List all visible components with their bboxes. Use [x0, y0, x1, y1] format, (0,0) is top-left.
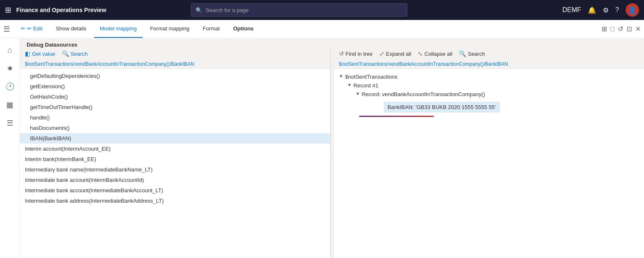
- get-value-label: Get value: [32, 51, 55, 57]
- left-search-icon: 🔍: [62, 50, 69, 57]
- app-grid-icon[interactable]: ⊞: [5, 5, 11, 15]
- record1-label: Record #1: [353, 82, 378, 89]
- close-icon[interactable]: ✕: [635, 25, 641, 33]
- tree-node-record1[interactable]: ▼ Record #1: [334, 81, 644, 90]
- sidebar-icon-list[interactable]: ☰: [2, 115, 18, 131]
- help-icon[interactable]: ?: [615, 6, 619, 14]
- edit-pencil-icon: ✏: [21, 25, 25, 32]
- tab-icon-refresh[interactable]: ↺: [618, 25, 623, 33]
- collapse-all-button[interactable]: ⤡ Collapse all: [418, 50, 452, 57]
- bank-iban-text: BankIBAN: 'GB33 BUKB 2020 1555 5555 55': [388, 104, 496, 110]
- find-in-tree-label: Find in tree: [346, 51, 373, 57]
- tab-format[interactable]: Format: [197, 20, 225, 38]
- value-node-container: BankIBAN: 'GB33 BUKB 2020 1555 5555 55': [334, 99, 644, 116]
- tab-model-mapping[interactable]: Model mapping: [94, 20, 143, 38]
- expand-all-button[interactable]: ⤢ Expand all: [379, 50, 411, 57]
- top-bar: ⊞ Finance and Operations Preview 🔍 Searc…: [0, 0, 644, 20]
- global-search-bar[interactable]: 🔍 Search for a page: [191, 3, 407, 17]
- tab-show-details[interactable]: Show details: [50, 20, 92, 38]
- tab-edit-label: ✏ Edit: [27, 25, 42, 32]
- vend-bank-label: Record: vendBankAccountInTransactionComp…: [362, 91, 485, 97]
- collapse-all-icon: ⤡: [418, 50, 423, 57]
- tab-edit[interactable]: ✏ ✏ Edit: [15, 20, 48, 38]
- sidebar-icon-grid[interactable]: ▦: [2, 97, 18, 113]
- list-item[interactable]: Intermediate bank address(IntermediateBa…: [20, 196, 330, 206]
- app-title: Finance and Operations Preview: [16, 7, 106, 13]
- sidebar-icon-home[interactable]: ⌂: [2, 42, 18, 58]
- list-item[interactable]: handle(): [20, 112, 330, 123]
- arrow-icon: ▼: [356, 91, 360, 96]
- right-tree-area[interactable]: ▼ $notSentTransactions ▼ Record #1 ▼ Rec…: [334, 69, 644, 258]
- tab-format-mapping-label: Format mapping: [150, 25, 190, 32]
- tab-format-mapping[interactable]: Format mapping: [144, 20, 196, 38]
- panels-row: ◧ Get value 🔍 Search $notSentTransaction…: [20, 48, 644, 258]
- list-item-selected[interactable]: IBAN(BankIBAN): [20, 133, 330, 144]
- tab-options[interactable]: Options: [227, 20, 259, 38]
- right-path-text: $notSentTransactions/vendBankAccountInTr…: [339, 61, 508, 67]
- hamburger-icon[interactable]: ☰: [3, 25, 10, 34]
- get-value-button[interactable]: ◧ Get value: [25, 50, 55, 57]
- left-path-text: $notSentTransactions/vendBankAccountInTr…: [25, 61, 194, 67]
- find-in-tree-button[interactable]: ↺ Find in tree: [339, 50, 373, 57]
- list-item[interactable]: Interim bank(IntermBank_EE): [20, 154, 330, 164]
- arrow-icon: ▼: [347, 82, 352, 87]
- user-label: DEMF: [562, 6, 581, 14]
- sidebar-icon-recent[interactable]: 🕐: [2, 78, 18, 95]
- tree-node-vend-bank[interactable]: ▼ Record: vendBankAccountInTransactionCo…: [334, 90, 644, 99]
- list-item[interactable]: hasDocuments(): [20, 123, 330, 133]
- left-path-bar: $notSentTransactions/vendBankAccountInTr…: [20, 60, 330, 69]
- not-sent-label: $notSentTransactions: [345, 74, 397, 80]
- debug-header-text: Debug Datasources: [27, 42, 77, 48]
- right-search-button[interactable]: 🔍 Search: [459, 50, 485, 57]
- user-avatar[interactable]: 👤: [626, 3, 639, 17]
- tab-bar: ☰ ✏ ✏ Edit Show details Model mapping Fo…: [0, 20, 644, 38]
- right-search-icon: 🔍: [459, 50, 466, 57]
- list-item[interactable]: Intermediate bank account(IntermediateBa…: [20, 185, 330, 196]
- value-underline: [359, 116, 434, 117]
- right-panel: ↺ Find in tree ⤢ Expand all ⤡ Collapse a…: [334, 48, 644, 258]
- left-panel: ◧ Get value 🔍 Search $notSentTransaction…: [20, 48, 331, 258]
- left-search-button[interactable]: 🔍 Search: [62, 50, 88, 57]
- tab-format-label: Format: [203, 25, 220, 32]
- gear-icon[interactable]: ⚙: [603, 6, 609, 14]
- sidebar: ⌂ ★ 🕐 ▦ ☰: [0, 38, 20, 258]
- left-tree-area[interactable]: getDefaultingDependencies() getExtension…: [20, 69, 330, 258]
- collapse-all-label: Collapse all: [424, 51, 452, 57]
- avatar-icon: 👤: [628, 6, 637, 14]
- expand-all-label: Expand all: [386, 51, 411, 57]
- tab-options-label: Options: [233, 25, 253, 32]
- content-panels: Debug Datasources ◧ Get value 🔍 Search $…: [20, 38, 644, 258]
- debug-header: Debug Datasources: [20, 38, 644, 48]
- list-item[interactable]: Interim account(IntermAccount_EE): [20, 144, 330, 154]
- bank-iban-value: BankIBAN: 'GB33 BUKB 2020 1555 5555 55': [384, 102, 500, 112]
- left-search-label: Search: [71, 51, 88, 57]
- get-value-icon: ◧: [25, 50, 30, 57]
- arrow-icon: ▼: [339, 74, 344, 79]
- search-icon: 🔍: [196, 7, 202, 13]
- panel-divider[interactable]: ⋮: [331, 48, 334, 258]
- list-item[interactable]: getExtension(): [20, 81, 330, 92]
- top-right-icons: DEMF 🔔 ⚙ ? 👤: [562, 3, 639, 17]
- search-placeholder: Search for a page: [206, 7, 248, 13]
- main-area: ⌂ ★ 🕐 ▦ ☰ Debug Datasources ◧ Get value …: [0, 38, 644, 258]
- list-item[interactable]: getDefaultingDependencies(): [20, 71, 330, 81]
- list-item[interactable]: Intermediary bank name(IntermediateBankN…: [20, 164, 330, 175]
- sidebar-icon-favorites[interactable]: ★: [2, 60, 18, 77]
- tab-show-details-label: Show details: [56, 25, 87, 32]
- find-in-tree-icon: ↺: [339, 50, 344, 57]
- bell-icon[interactable]: 🔔: [588, 6, 596, 14]
- expand-all-icon: ⤢: [379, 50, 384, 57]
- tab-icon-expand[interactable]: □: [610, 25, 614, 33]
- tab-model-mapping-label: Model mapping: [100, 25, 137, 32]
- tab-icon-detach[interactable]: ⊡: [627, 25, 632, 33]
- right-search-label: Search: [468, 51, 485, 57]
- tab-icon-grid[interactable]: ⊞: [602, 25, 607, 33]
- tab-right-icons: ⊞ □ ↺ ⊡ ✕: [602, 25, 641, 33]
- right-path-bar: $notSentTransactions/vendBankAccountInTr…: [334, 60, 644, 69]
- right-toolbar: ↺ Find in tree ⤢ Expand all ⤡ Collapse a…: [334, 48, 644, 60]
- left-toolbar: ◧ Get value 🔍 Search: [20, 48, 330, 60]
- tree-node-not-sent[interactable]: ▼ $notSentTransactions: [334, 72, 644, 81]
- list-item[interactable]: getTimeOutTimerHandle(): [20, 102, 330, 112]
- list-item[interactable]: Intermediate bank account(IntermBankAcco…: [20, 175, 330, 185]
- list-item[interactable]: GetHashCode(): [20, 92, 330, 102]
